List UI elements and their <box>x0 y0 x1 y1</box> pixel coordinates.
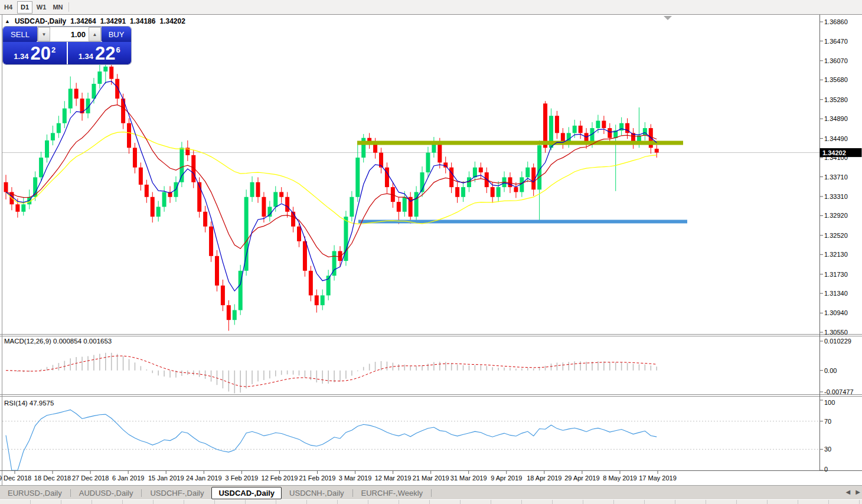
tab-divider <box>352 489 353 497</box>
status-bar <box>0 499 862 504</box>
buy-price-pips: 22 <box>95 44 115 63</box>
time-axis-label: 21 Feb 2019 <box>299 474 336 482</box>
tab-usdcad-daily[interactable]: USDCAD-,Daily <box>211 487 282 499</box>
volume-stepper: ▼ ▲ <box>37 27 102 42</box>
tab-scroll-left-icon[interactable]: ◀ <box>846 488 851 496</box>
trade-panel-quotes: 1.34 20 2 1.34 22 6 <box>3 42 131 64</box>
timeframe-d1-button[interactable]: D1 <box>17 1 32 14</box>
volume-input[interactable] <box>50 27 89 41</box>
rsi-axis-label: 70 <box>824 418 831 425</box>
macd-histogram <box>6 353 657 394</box>
price-axis-label: 1.30940 <box>824 309 848 316</box>
collapse-panel-arrow-icon[interactable]: ▲ <box>5 18 10 24</box>
time-axis-label: 8 May 2019 <box>603 474 636 482</box>
buy-price-prefix: 1.34 <box>79 52 93 61</box>
symbol-tab-bar: EURUSD-,Daily AUDUSD-,Daily USDCHF-,Dail… <box>0 485 862 500</box>
tab-divider <box>431 489 432 497</box>
price-axis-label: 1.32130 <box>824 251 848 258</box>
sell-price-prefix: 1.34 <box>14 52 28 61</box>
time-axis-label: 12 Mar 2019 <box>375 474 412 482</box>
tab-divider <box>70 489 71 497</box>
price-axis-label: 1.34490 <box>824 135 848 142</box>
buy-price-point: 6 <box>116 45 120 54</box>
macd-indicator-label: MACD(12,26,9) 0.000854 0.001653 <box>4 338 112 345</box>
time-axis-label: 3 Mar 2019 <box>339 474 372 482</box>
ohlc-low: 1.34186 <box>130 17 155 25</box>
rsi-indicator-label: RSI(14) 47.9575 <box>4 400 54 407</box>
chart-header: ▲ USDCAD-,Daily 1.34264 1.34291 1.34186 … <box>5 17 185 25</box>
tab-usdcnh-daily[interactable]: USDCNH-,Daily <box>282 487 351 499</box>
current-price-tag-label: 1.34202 <box>822 149 846 156</box>
time-axis-label: 31 Mar 2019 <box>450 474 487 482</box>
tab-eurusd-daily[interactable]: EURUSD-,Daily <box>0 487 70 499</box>
candlestick-series[interactable] <box>4 62 659 331</box>
price-axis-label: 1.32920 <box>824 212 848 219</box>
ohlc-close: 1.34202 <box>159 17 185 25</box>
tab-scroll-arrows: ◀ ▶ <box>846 488 860 496</box>
time-axis-label: 9 Dec 2018 <box>0 474 31 482</box>
rsi-axis-label: 0 <box>824 466 828 473</box>
macd-axis-label: 0.010229 <box>824 338 851 345</box>
rsi-axis-label: 100 <box>824 399 835 406</box>
timeframe-mn-button[interactable]: MN <box>50 1 66 14</box>
moving-average-slow <box>6 132 657 224</box>
time-axis-label: 27 Dec 2018 <box>72 474 109 482</box>
timeframe-toolbar: H4 D1 W1 MN <box>0 0 862 15</box>
price-axis-label: 1.36470 <box>824 38 848 45</box>
trade-panel-top-row: SELL ▼ ▲ BUY <box>3 27 131 42</box>
macd-axis-label: -0.007477 <box>824 388 854 395</box>
price-axis-label: 1.36070 <box>824 57 848 64</box>
trading-platform-window: H4 D1 W1 MN 1.368601.364701.360701.35680… <box>0 0 862 504</box>
time-axis-label: 18 Apr 2019 <box>527 474 561 482</box>
time-axis-label: 18 Dec 2018 <box>34 474 71 482</box>
time-axis-label: 15 Jan 2019 <box>148 474 184 482</box>
price-axis-label: 1.33310 <box>824 193 848 200</box>
time-axis-label: 24 Jan 2019 <box>186 474 222 482</box>
ohlc-open: 1.34264 <box>70 17 96 25</box>
tab-usdchf-daily[interactable]: USDCHF-,Daily <box>142 487 211 499</box>
price-axis-label: 1.34890 <box>824 115 848 122</box>
sell-button[interactable]: SELL <box>3 27 37 42</box>
chart-shift-marker-icon[interactable] <box>664 16 672 20</box>
chart-symbol-label: USDCAD-,Daily <box>15 17 66 25</box>
time-axis-label: 17 May 2019 <box>639 474 677 482</box>
price-axis-label: 1.36860 <box>824 18 848 25</box>
sell-price-point: 2 <box>51 45 55 54</box>
chart-canvas[interactable]: 1.368601.364701.360701.356801.352801.348… <box>0 0 862 504</box>
volume-decrease-button[interactable]: ▼ <box>38 27 50 41</box>
timeframe-w1-button[interactable]: W1 <box>34 1 49 14</box>
price-axis-label: 1.33710 <box>824 174 848 181</box>
buy-button[interactable]: BUY <box>102 27 131 42</box>
sell-price-pips: 20 <box>31 44 51 63</box>
macd-signal-line <box>6 356 657 387</box>
time-axis-label: 21 Mar 2019 <box>413 474 449 482</box>
buy-price-button[interactable]: 1.34 22 6 <box>68 42 132 64</box>
price-axis-label: 1.32520 <box>824 232 848 239</box>
tab-audusd-daily[interactable]: AUDUSD-,Daily <box>71 487 141 499</box>
price-axis-label: 1.31340 <box>824 290 848 297</box>
time-axis-label: 6 Jan 2019 <box>112 474 144 482</box>
tab-scroll-right-icon[interactable]: ▶ <box>856 488 860 496</box>
time-axis-label: 9 Apr 2019 <box>491 474 522 482</box>
price-axis-label: 1.35680 <box>824 76 848 83</box>
time-axis-label: 29 Apr 2019 <box>564 474 599 482</box>
price-axis-label: 1.30550 <box>824 329 848 336</box>
ohlc-high: 1.34291 <box>100 17 126 25</box>
toolbar-separator <box>68 2 69 12</box>
price-axis-label: 1.31730 <box>824 271 848 278</box>
tab-divider <box>141 489 142 497</box>
sell-price-button[interactable]: 1.34 20 2 <box>3 42 67 64</box>
time-axis-label: 12 Feb 2019 <box>262 474 298 482</box>
rsi-axis-label: 30 <box>824 446 831 453</box>
resistance-trendline[interactable] <box>357 141 683 145</box>
time-axis-label: 3 Feb 2019 <box>226 474 259 482</box>
volume-increase-button[interactable]: ▲ <box>89 27 101 41</box>
price-axis-label: 1.35280 <box>824 96 848 103</box>
macd-axis-label: 0.00 <box>824 367 837 374</box>
rsi-line <box>6 410 657 470</box>
one-click-trade-panel: SELL ▼ ▲ BUY 1.34 20 2 1.34 22 6 <box>2 26 132 65</box>
timeframe-h4-button[interactable]: H4 <box>1 1 16 14</box>
tab-eurchf-weekly[interactable]: EURCHF-,Weekly <box>354 487 431 499</box>
